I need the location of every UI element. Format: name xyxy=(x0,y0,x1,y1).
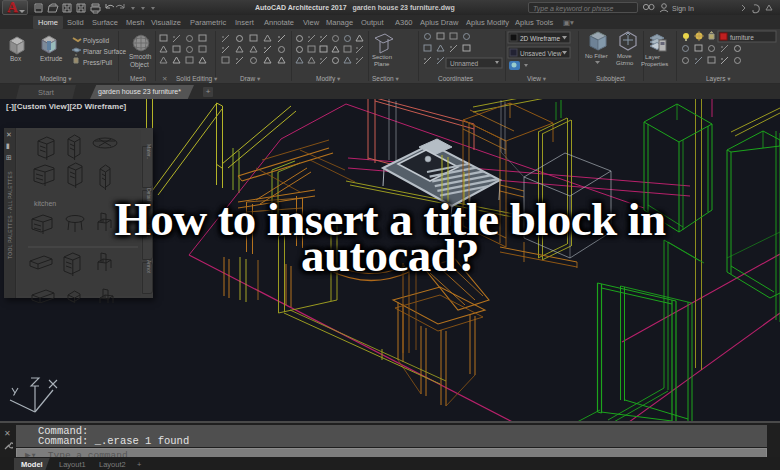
svg-text:Smooth: Smooth xyxy=(129,53,152,60)
svg-text:Gizmo: Gizmo xyxy=(616,60,634,66)
svg-text:Planar Surface: Planar Surface xyxy=(83,48,126,55)
svg-text:Properties: Properties xyxy=(641,61,668,67)
svg-text:Sign In: Sign In xyxy=(672,5,694,13)
svg-text:Polysolid: Polysolid xyxy=(83,37,109,45)
svg-text:Layer: Layer xyxy=(645,54,660,60)
svg-text:Move: Move xyxy=(617,53,632,59)
svg-text:2D Wireframe: 2D Wireframe xyxy=(520,35,560,42)
svg-text:Box: Box xyxy=(10,55,22,62)
svg-text:Object: Object xyxy=(130,61,149,69)
svg-text:Press/Pull: Press/Pull xyxy=(83,59,113,66)
svg-text:furniture: furniture xyxy=(730,34,754,41)
svg-text:No Filter: No Filter xyxy=(585,53,608,59)
svg-text:Unsaved View: Unsaved View xyxy=(520,50,562,57)
svg-text:Section: Section xyxy=(372,54,392,60)
svg-text:Extrude: Extrude xyxy=(40,55,63,62)
svg-text:Plane: Plane xyxy=(374,61,390,67)
svg-text:Unnamed: Unnamed xyxy=(450,60,479,67)
